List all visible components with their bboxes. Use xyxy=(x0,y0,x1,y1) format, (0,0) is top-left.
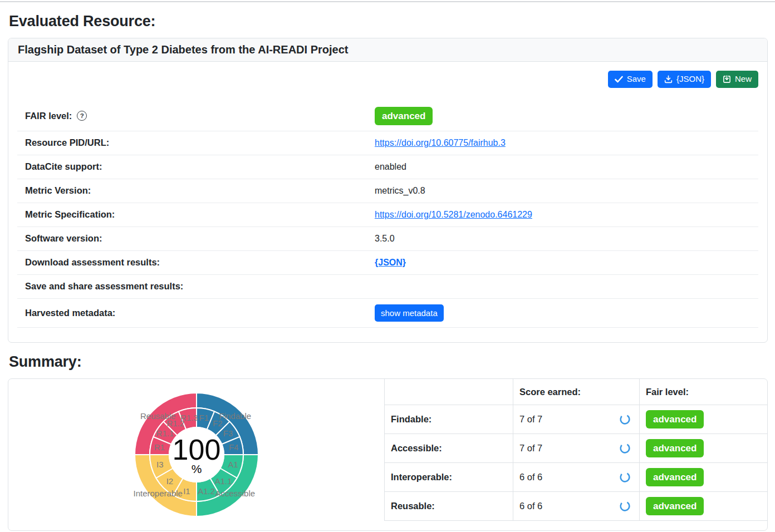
row-level-badge: advanced xyxy=(646,410,704,428)
row-score: 7 of 7 xyxy=(519,443,542,454)
software-version-value: 3.5.0 xyxy=(375,234,395,244)
progress-ring-icon xyxy=(619,471,631,483)
top-divider xyxy=(0,1,775,2)
metric-version-label: Metric Version: xyxy=(17,185,375,196)
datacite-label: DataCite support: xyxy=(17,161,375,172)
row-level-badge: advanced xyxy=(646,439,704,457)
detail-row-pid: Resource PID/URL: https://doi.org/10.607… xyxy=(17,131,758,155)
detail-row-metric-version: Metric Version: metrics_v0.8 xyxy=(17,179,758,203)
svg-text:Interoperable: Interoperable xyxy=(133,488,182,497)
svg-text:R1.3: R1.3 xyxy=(180,412,198,422)
detail-row-download-results: Download assessment results: {JSON} xyxy=(17,251,758,275)
svg-text:Findable: Findable xyxy=(219,411,251,421)
progress-ring-icon xyxy=(619,413,631,425)
detail-row-harvested: Harvested metadata: show metadata xyxy=(17,299,758,328)
save-button[interactable]: Save xyxy=(608,71,653,88)
svg-text:100: 100 xyxy=(172,434,220,466)
svg-text:R1: R1 xyxy=(154,442,164,452)
fair-score-donut-chart: 100%F1F2F3F4FindableA1A1.1A1.2Accessible… xyxy=(8,379,384,530)
new-button-label: New xyxy=(735,75,752,84)
svg-text:A1: A1 xyxy=(228,460,238,469)
svg-text:R1.1: R1.1 xyxy=(156,428,174,438)
svg-text:F3: F3 xyxy=(223,428,233,438)
download-icon xyxy=(664,75,673,83)
resource-card-body: Save {JSON} New FAIR level: xyxy=(8,62,767,342)
row-label: Accessible: xyxy=(385,434,513,463)
fair-level-header: Fair level: xyxy=(640,379,768,405)
download-json-link[interactable]: {JSON} xyxy=(375,258,406,268)
row-score: 6 of 6 xyxy=(519,472,542,482)
summary-heading: Summary: xyxy=(9,353,767,371)
summary-header-row: Score earned: Fair level: xyxy=(385,379,768,405)
pid-label: Resource PID/URL: xyxy=(17,137,375,148)
save-share-label: Save and share assessment results: xyxy=(17,281,375,292)
row-label: Findable: xyxy=(385,405,513,434)
evaluated-resource-heading: Evaluated Resource: xyxy=(9,13,767,30)
svg-text:F1: F1 xyxy=(199,412,209,422)
svg-text:Reusable: Reusable xyxy=(140,411,175,421)
summary-row-findable: Findable: 7 of 7 advanced xyxy=(385,405,768,434)
metric-spec-label: Metric Specification: xyxy=(17,209,375,220)
progress-ring-icon xyxy=(619,442,631,454)
show-metadata-button[interactable]: show metadata xyxy=(375,304,444,322)
svg-text:I3: I3 xyxy=(156,460,164,469)
question-circle-icon[interactable]: ? xyxy=(77,111,87,121)
detail-row-datacite: DataCite support: enabled xyxy=(17,155,758,179)
svg-text:A1.2: A1.2 xyxy=(198,486,215,496)
svg-text:Accessible: Accessible xyxy=(215,488,255,497)
detail-row-software-version: Software version: 3.5.0 xyxy=(17,227,758,251)
harvested-label: Harvested metadata: xyxy=(17,308,375,318)
svg-text:I2: I2 xyxy=(166,476,173,486)
summary-row-reusable: Reusable: 6 of 6 advanced xyxy=(385,492,768,521)
box-arrow-in-down-icon xyxy=(723,75,731,83)
row-label: Reusable: xyxy=(385,492,513,521)
resource-title: Flagship Dataset of Type 2 Diabetes from… xyxy=(8,38,767,62)
progress-ring-icon xyxy=(619,500,631,512)
summary-panel: 100%F1F2F3F4FindableA1A1.1A1.2Accessible… xyxy=(8,378,768,531)
check-icon xyxy=(615,76,623,83)
detail-row-metric-spec: Metric Specification: https://doi.org/10… xyxy=(17,203,758,227)
detail-row-save-share: Save and share assessment results: xyxy=(17,275,758,299)
empty-header-cell xyxy=(385,379,513,405)
save-button-label: Save xyxy=(627,75,646,84)
svg-text:I1: I1 xyxy=(183,486,190,496)
summary-table: Score earned: Fair level: Findable: 7 of… xyxy=(384,379,767,521)
metric-spec-link[interactable]: https://doi.org/10.5281/zenodo.6461229 xyxy=(375,210,532,220)
pid-link[interactable]: https://doi.org/10.60775/fairhub.3 xyxy=(375,138,506,148)
software-version-label: Software version: xyxy=(17,233,375,244)
detail-row-fair-level: FAIR level: ? advanced xyxy=(17,101,758,131)
row-level-badge: advanced xyxy=(646,497,704,515)
row-label: Interoperable: xyxy=(385,463,513,492)
svg-text:A1.1: A1.1 xyxy=(214,476,232,486)
summary-row-interoperable: Interoperable: 6 of 6 advanced xyxy=(385,463,768,492)
sunburst-chart-svg: 100%F1F2F3F4FindableA1A1.1A1.2Accessible… xyxy=(133,391,261,519)
svg-text:F4: F4 xyxy=(228,442,238,452)
summary-table-wrap: Score earned: Fair level: Findable: 7 of… xyxy=(384,379,767,530)
download-json-button-label: {JSON} xyxy=(676,75,704,84)
row-score: 6 of 6 xyxy=(519,501,542,511)
row-level-badge: advanced xyxy=(646,468,704,486)
fair-level-badge: advanced xyxy=(375,107,433,125)
download-results-label: Download assessment results: xyxy=(17,257,375,268)
download-json-button[interactable]: {JSON} xyxy=(658,71,711,88)
fair-level-label: FAIR level: xyxy=(25,111,72,121)
row-score: 7 of 7 xyxy=(519,414,542,425)
evaluated-resource-card: Flagship Dataset of Type 2 Diabetes from… xyxy=(8,38,768,343)
new-button[interactable]: New xyxy=(716,71,758,88)
datacite-value: enabled xyxy=(375,162,406,172)
metric-version-value: metrics_v0.8 xyxy=(375,186,425,196)
svg-text:%: % xyxy=(191,462,202,475)
page: Evaluated Resource: Flagship Dataset of … xyxy=(0,13,775,531)
score-earned-header: Score earned: xyxy=(513,379,640,405)
toolbar: Save {JSON} New xyxy=(17,71,758,88)
summary-row-accessible: Accessible: 7 of 7 advanced xyxy=(385,434,768,463)
